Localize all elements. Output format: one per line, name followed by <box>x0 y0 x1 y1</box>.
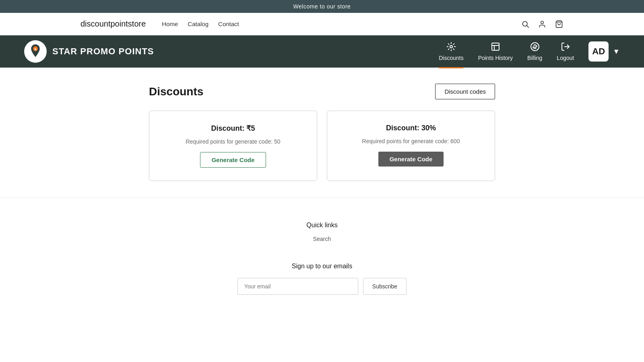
nav-icons <box>521 20 564 29</box>
promo-nav-discounts-label: Discounts <box>439 55 463 61</box>
discount-card-1-title: Discount: ₹5 <box>211 124 255 133</box>
promo-title: STAR PROMO POINTS <box>52 46 154 57</box>
promo-nav-logout[interactable]: Logout <box>557 42 574 61</box>
user-avatar[interactable]: AD <box>588 41 609 62</box>
email-signup-form: Subscribe <box>8 278 636 295</box>
discount-card-2: Discount: 30% Required points for genera… <box>327 111 495 181</box>
svg-text:$: $ <box>35 47 37 51</box>
discount-card-2-title: Discount: 30% <box>386 124 436 132</box>
generate-code-button-2[interactable]: Generate Code <box>378 152 444 167</box>
promo-nav-points-label: Points History <box>478 55 513 61</box>
billing-icon <box>530 42 540 53</box>
svg-point-2 <box>541 21 544 24</box>
cart-icon[interactable] <box>555 20 564 29</box>
discounts-header: Discounts Discount codes <box>149 84 495 99</box>
svg-rect-7 <box>492 43 499 50</box>
nav-link-home[interactable]: Home <box>162 21 178 27</box>
footer: Quick links Search Sign up to our emails… <box>0 197 644 311</box>
nav-link-catalog[interactable]: Catalog <box>188 21 208 27</box>
account-icon[interactable] <box>538 20 547 29</box>
subscribe-button[interactable]: Subscribe <box>363 278 407 295</box>
main-content: Discounts Discount codes Discount: ₹5 Re… <box>141 84 503 181</box>
user-dropdown-arrow[interactable]: ▼ <box>613 47 620 56</box>
discount-cards: Discount: ₹5 Required points for generat… <box>149 111 495 181</box>
discount-card-1-subtitle: Required points for generate code: 50 <box>186 138 280 145</box>
svg-line-1 <box>527 25 529 27</box>
discounts-title: Discounts <box>149 85 203 98</box>
promo-nav-discounts[interactable]: Discounts <box>439 42 463 61</box>
promo-user-section: AD ▼ <box>588 41 620 62</box>
svg-point-6 <box>450 45 452 48</box>
promo-nav-points-history[interactable]: Points History <box>478 42 513 61</box>
email-signup-title: Sign up to our emails <box>8 263 636 270</box>
discount-card-2-subtitle: Required points for generate code: 600 <box>362 138 460 144</box>
promo-nav-billing-label: Billing <box>527 55 542 61</box>
svg-point-10 <box>531 43 539 51</box>
promo-logo: $ STAR PROMO POINTS <box>24 40 154 63</box>
main-nav: discountpointstore Home Catalog Contact <box>0 13 644 35</box>
search-icon[interactable] <box>521 20 530 29</box>
announcement-text: Welcome to our store <box>293 3 351 10</box>
discount-card-1: Discount: ₹5 Required points for generat… <box>149 111 317 181</box>
nav-link-contact[interactable]: Contact <box>218 21 239 27</box>
promo-nav-logout-label: Logout <box>557 55 574 61</box>
store-name[interactable]: discountpointstore <box>80 19 146 29</box>
discount-codes-button[interactable]: Discount codes <box>435 84 495 99</box>
points-history-icon <box>491 42 500 53</box>
promo-nav-billing[interactable]: Billing <box>527 42 542 61</box>
discounts-icon <box>446 42 456 53</box>
logout-icon <box>561 42 570 53</box>
announcement-bar: Welcome to our store <box>0 0 644 13</box>
quick-links-title: Quick links <box>8 222 636 229</box>
promo-nav: Discounts Points History Billing <box>439 41 620 62</box>
promo-logo-icon: $ <box>24 40 47 63</box>
email-signup-section: Sign up to our emails Subscribe <box>8 263 636 295</box>
quick-links-section: Quick links Search <box>8 222 636 243</box>
promo-bar: $ STAR PROMO POINTS Discounts <box>0 35 644 68</box>
generate-code-button-1[interactable]: Generate Code <box>200 152 266 168</box>
email-input[interactable] <box>237 278 358 295</box>
footer-search-link[interactable]: Search <box>313 236 331 242</box>
nav-links: Home Catalog Contact <box>162 21 521 27</box>
